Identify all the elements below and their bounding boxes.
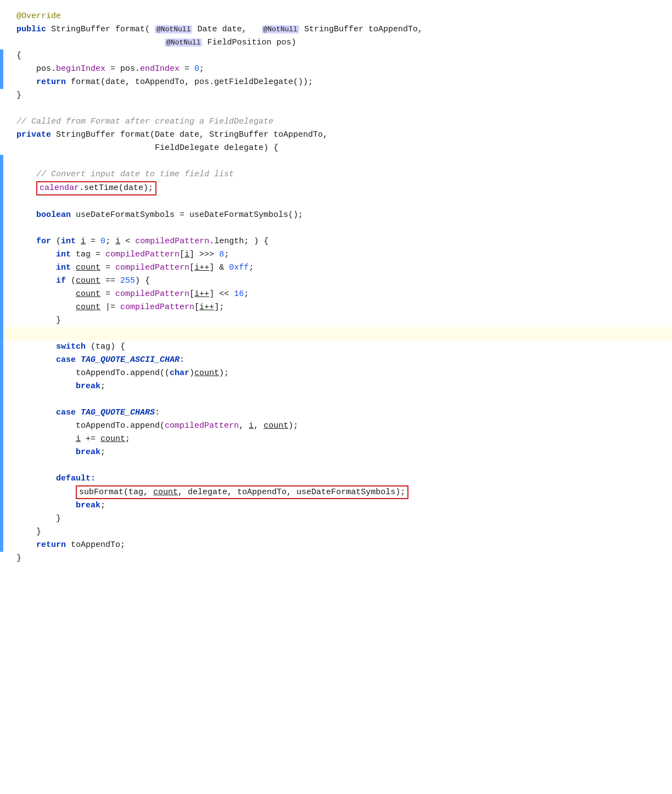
line-38-content: break; [11,499,672,512]
var-i-pp-3: i++ [199,303,214,312]
line-21-content: if (count == 255) { [11,275,672,287]
line-7-content: } [11,89,672,102]
kw-int-2: int [56,250,71,259]
kw-switch: switch [56,342,86,351]
var-count-7: count [100,434,125,444]
field-compiled-pattern-1: compiledPattern [135,237,209,246]
field-compiled-pattern-5: compiledPattern [120,303,194,312]
line-empty-1 [0,102,672,115]
kw-default: default: [56,474,96,483]
line-int-count: int count = compiledPattern[i++] & 0xff; [0,261,672,275]
subformat-box: subFormat(tag, count, delegate, toAppend… [76,485,408,500]
line-subformat: subFormat(tag, count, delegate, toAppend… [0,485,672,500]
var-i-2: i [115,237,120,246]
line-break-1: break; [0,380,672,393]
comment-called: // Called from Format after creating a F… [16,117,273,126]
line-10-content: private StringBuffer format(Date date, S… [11,128,672,141]
not-null-3: @NotNull [165,38,202,47]
line-25-content [11,327,672,340]
line-private-sig-1: private StringBuffer format(Date date, S… [0,128,672,142]
not-null-2: @NotNull [262,25,299,33]
gutter-24 [0,314,3,327]
var-count-5: count [194,368,219,378]
gutter-19 [0,248,3,261]
gutter-34 [0,446,3,459]
var-count-6: count [264,421,288,430]
line-calendar-settime: calendar.setTime(date); [0,181,672,195]
line-case-chars: case TAG_QUOTE_CHARS: [0,406,672,420]
line-34-content: break; [11,446,672,458]
line-open-brace-2 [0,155,672,168]
line-26-content: switch (tag) { [11,340,672,353]
line-private-sig-2: FieldDelegate delegate) { [0,142,672,155]
line-28-content: toAppendTo.append((char)count); [11,367,672,379]
kw-public: public [16,25,46,34]
line-for: for (int i = 0; i < compiledPattern.leng… [0,235,672,248]
kw-return-1: return [36,77,66,87]
gutter-5 [0,63,3,76]
gutter-41 [0,539,3,552]
gutter-18 [0,235,3,248]
var-count-8: count [153,488,178,497]
line-method-sig-1: public StringBuffer format( @NotNull Dat… [0,23,672,36]
line-empty-4 [0,393,672,406]
gutter-29 [0,380,3,393]
line-9-content: // Called from Format after creating a F… [11,115,672,128]
gutter-28 [0,367,3,380]
var-i-pp-2: i++ [194,289,209,299]
line-1-content: @Override [11,10,672,23]
line-22-content: count = compiledPattern[i++] << 16; [11,288,672,300]
line-case-ascii: case TAG_QUOTE_ASCII_CHAR: [0,354,672,367]
gutter-12 [0,155,3,168]
gutter-26 [0,340,3,354]
gutter-7 [0,89,3,102]
field-compiled-pattern-2: compiledPattern [105,250,180,259]
line-switch: switch (tag) { [0,340,672,354]
kw-if: if [56,276,66,286]
kw-case-2: case [56,408,76,417]
gutter-20 [0,261,3,275]
line-count-shift: count = compiledPattern[i++] << 16; [0,288,672,301]
line-27-content: case TAG_QUOTE_ASCII_CHAR: [11,354,672,366]
kw-int-1: int [61,237,76,246]
kw-char: char [170,368,189,378]
var-i-5: i [76,434,81,444]
kw-case-1: case [56,355,76,365]
gutter-39 [0,512,3,525]
line-32-content: toAppendTo.append(compiledPattern, i, co… [11,420,672,432]
line-default: default: [0,472,672,485]
kw-break-3: break [76,501,100,510]
gutter-25 [0,327,3,340]
gutter-4 [0,49,3,63]
line-20-content: int count = compiledPattern[i++] & 0xff; [11,261,672,274]
kw-return-2: return [36,540,66,550]
num-0-2: 0 [100,237,105,246]
gutter-9 [0,115,3,128]
line-boolean: boolean useDateFormatSymbols = useDateFo… [0,209,672,222]
line-39-content: } [11,512,672,525]
var-count-4: count [76,303,100,312]
line-18-content: for (int i = 0; i < compiledPattern.leng… [11,235,672,248]
line-23-content: count |= compiledPattern[i++]; [11,301,672,314]
line-19-content: int tag = compiledPattern[i] >>> 8; [11,248,672,261]
num-16: 16 [234,289,244,299]
line-empty-3 [0,222,672,235]
line-14-content: calendar.setTime(date); [11,181,672,195]
line-count-or: count |= compiledPattern[i++]; [0,301,672,314]
field-compiled-pattern-3: compiledPattern [115,263,189,272]
num-255: 255 [120,276,135,286]
gutter-1 [0,10,3,23]
gutter-33 [0,433,3,446]
field-endindex: endIndex [140,64,180,74]
line-append-char: toAppendTo.append((char)count); [0,367,672,380]
gutter-6 [0,76,3,89]
line-append-compiled: toAppendTo.append(compiledPattern, i, co… [0,420,672,433]
line-empty-2 [0,195,672,209]
line-2-content: public StringBuffer format( @NotNull Dat… [11,23,672,36]
gutter-14 [0,181,3,195]
code-viewer: @Override public StringBuffer format( @N… [0,5,672,794]
gutter-22 [0,288,3,301]
line-return-format: return format(date, toAppendTo, pos.getF… [0,76,672,89]
gutter-40 [0,525,3,539]
line-13-content: // Convert input date to time field list [11,168,672,181]
